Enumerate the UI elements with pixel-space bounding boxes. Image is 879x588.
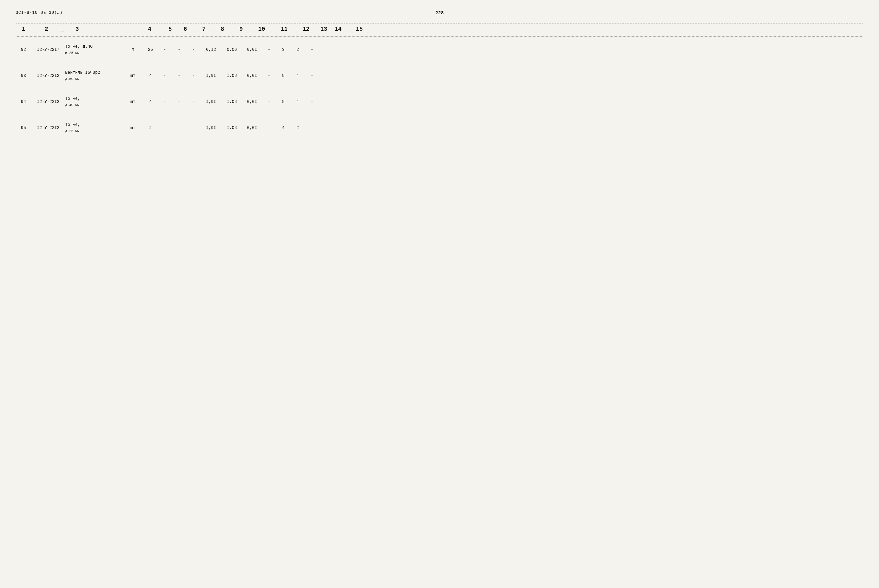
row-col14: 2 xyxy=(291,47,305,52)
row-unit: шт xyxy=(123,99,143,104)
row-unit: шт xyxy=(123,126,143,130)
col-header-1: 1 xyxy=(16,26,31,33)
row-col15: - xyxy=(305,99,319,104)
row-col15: - xyxy=(305,74,319,78)
row-col6: - xyxy=(158,47,172,52)
table-row: 95I2-У-22I2То же,д.25 ммшт2---I,9II,080,… xyxy=(16,120,863,136)
col-header-7: 7 xyxy=(198,26,210,33)
row-col7: - xyxy=(172,126,186,130)
row-num: 95 xyxy=(16,126,31,130)
row-col5: 25 xyxy=(143,47,158,52)
row-col5: 2 xyxy=(143,126,158,130)
row-col15: - xyxy=(305,126,319,130)
row-col9: I,9I xyxy=(201,99,222,104)
row-col14: 4 xyxy=(291,74,305,78)
row-col12: - xyxy=(262,74,276,78)
row-num: 94 xyxy=(16,99,31,104)
row-col5: 4 xyxy=(143,74,158,78)
row-code: I2-У-22I2 xyxy=(31,74,65,78)
col-header-10: 10 xyxy=(254,26,269,33)
row-col12: - xyxy=(262,99,276,104)
row-col13: 8 xyxy=(276,99,291,104)
row-col13: 4 xyxy=(276,126,291,130)
col-header-3: 3 xyxy=(64,26,90,33)
row-col10: 0,06 xyxy=(222,47,242,52)
table-row: 92I2-У-22I7То же, д.40и 25 ммМ25---0,I20… xyxy=(16,42,863,58)
row-col11: 0,0I xyxy=(242,47,262,52)
row-code: I2-У-22I2 xyxy=(31,126,65,130)
row-num: 93 xyxy=(16,74,31,78)
row-col14: 4 xyxy=(291,99,305,104)
row-name: Вентиль I5ч8р2д.50 мм xyxy=(65,69,123,82)
row-col13: 8 xyxy=(276,74,291,78)
col-header-14: 14 xyxy=(331,26,345,33)
col-header-12: 12 xyxy=(299,26,313,33)
col-header-15: 15 xyxy=(352,26,366,33)
col-header-6: 6 xyxy=(180,26,191,33)
page-number: 228 xyxy=(435,10,444,16)
table-row: 94I2-У-22I2То же,д.40 ммшт4---I,9II,080,… xyxy=(16,94,863,110)
row-col11: 0,0I xyxy=(242,126,262,130)
row-col10: I,08 xyxy=(222,99,242,104)
row-col8: - xyxy=(186,126,201,130)
row-col7: - xyxy=(172,47,186,52)
row-col12: - xyxy=(262,47,276,52)
row-num: 92 xyxy=(16,47,31,52)
row-col6: - xyxy=(158,74,172,78)
row-col14: 2 xyxy=(291,126,305,130)
row-name: То же,д.40 мм xyxy=(65,96,123,108)
row-col11: 0,0I xyxy=(242,74,262,78)
col-header-13: 13 xyxy=(316,26,331,33)
row-col8: - xyxy=(186,99,201,104)
row-col9: I,9I xyxy=(201,74,222,78)
row-col9: I,9I xyxy=(201,126,222,130)
col-header-4: 4 xyxy=(142,26,158,33)
row-code: I2-У-22I7 xyxy=(31,47,65,52)
row-name: То же,д.25 мм xyxy=(65,122,123,134)
row-col11: 0,0I xyxy=(242,99,262,104)
row-unit: М xyxy=(123,47,143,52)
col-header-8: 8 xyxy=(216,26,228,33)
row-col8: - xyxy=(186,74,201,78)
column-header-row: 1 _ 2 _ _ _ 3 _ _ _ _ _ _ _ _ 4 __ 5 _ 6… xyxy=(16,23,863,35)
row-col12: - xyxy=(262,126,276,130)
row-col5: 4 xyxy=(143,99,158,104)
row-col13: 3 xyxy=(276,47,291,52)
table-row: 93I2-У-22I2Вентиль I5ч8р2д.50 ммшт4---I,… xyxy=(16,68,863,84)
col-header-2: 2 xyxy=(33,26,59,33)
row-col9: 0,I2 xyxy=(201,47,222,52)
row-col15: - xyxy=(305,47,319,52)
page-header: ЗСI-8-10 8Ъ 30(…) 228 xyxy=(16,10,863,15)
row-col7: - xyxy=(172,74,186,78)
row-col8: - xyxy=(186,47,201,52)
col-header-9: 9 xyxy=(235,26,247,33)
row-code: I2-У-22I2 xyxy=(31,99,65,104)
row-col7: - xyxy=(172,99,186,104)
data-table: 92I2-У-22I7То же, д.40и 25 ммМ25---0,I20… xyxy=(16,42,863,136)
row-col10: I,08 xyxy=(222,74,242,78)
page-ref: ЗСI-8-10 8Ъ 30(…) xyxy=(16,10,63,15)
row-col10: I,08 xyxy=(222,126,242,130)
col-header-5: 5 xyxy=(164,26,176,33)
row-col6: - xyxy=(158,99,172,104)
row-name: То же, д.40и 25 мм xyxy=(65,44,123,56)
separator xyxy=(16,36,863,37)
row-unit: шт xyxy=(123,74,143,78)
col-header-11: 11 xyxy=(276,26,292,33)
row-col6: - xyxy=(158,126,172,130)
